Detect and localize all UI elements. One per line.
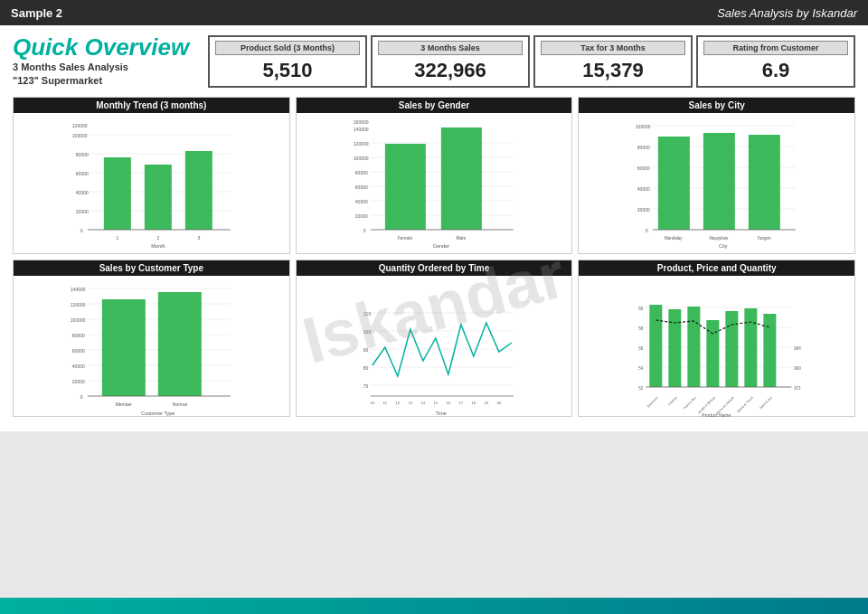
svg-rect-15 [145, 165, 172, 230]
chart-product-price-qty-body: Quantity Ordered 52 54 56 58 60 [579, 276, 854, 416]
svg-text:110: 110 [363, 311, 372, 316]
svg-rect-129 [745, 308, 758, 387]
svg-text:60000: 60000 [637, 165, 650, 171]
chart-quantity-time-title: Quantity Ordered by Time [297, 260, 572, 276]
svg-text:52: 52 [639, 386, 645, 391]
chart-monthly-trend-title: Monthly Trend (3 months) [14, 98, 289, 113]
svg-text:40000: 40000 [76, 190, 89, 195]
svg-text:Male: Male [456, 235, 466, 241]
svg-text:60000: 60000 [355, 184, 368, 190]
svg-text:City: City [719, 243, 728, 249]
svg-rect-128 [726, 311, 739, 387]
kpi-label-2: Tax for 3 Months [541, 41, 685, 55]
svg-rect-84 [158, 292, 202, 396]
overview-title: Quick Overview [13, 34, 193, 61]
chart-quantity-time: Quantity Ordered by Time Quantity Ordere… [296, 260, 573, 417]
main-content: Quick Overview 3 Months Sales Analysis "… [0, 25, 868, 431]
svg-text:Electronic: Electronic [647, 396, 660, 409]
svg-text:100000: 100000 [354, 156, 369, 161]
svg-rect-124 [650, 305, 663, 387]
bottom-bar [0, 598, 868, 614]
chart-sales-city-body: Total Sales (US $) 0 20000 40000 60000 8… [579, 113, 854, 253]
chart-product-price-qty: Product, Price and Quantity Quantity Ord… [578, 260, 855, 417]
chart-sales-city-title: Sales by City [579, 98, 854, 113]
kpi-card-3: Rating from Customer 6.9 [696, 35, 855, 88]
svg-text:0: 0 [80, 394, 83, 400]
svg-rect-14 [104, 157, 131, 230]
svg-rect-39 [385, 144, 426, 230]
svg-text:40000: 40000 [355, 199, 368, 204]
chart-sales-gender: Sales by Gender Total Sales (US $) 0 200… [296, 97, 573, 254]
svg-text:60000: 60000 [76, 171, 89, 176]
svg-text:Normal: Normal [173, 401, 187, 407]
svg-rect-60 [749, 135, 780, 230]
svg-text:18: 18 [471, 401, 476, 405]
kpi-label-0: Product Sold (3 Months) [215, 41, 360, 55]
svg-text:10: 10 [370, 401, 374, 405]
svg-text:80: 80 [363, 365, 369, 371]
svg-text:904: 904 [795, 346, 802, 351]
chart-sales-gender-title: Sales by Gender [297, 98, 572, 113]
svg-text:14: 14 [420, 401, 425, 405]
svg-text:20000: 20000 [76, 209, 89, 214]
svg-rect-83 [102, 299, 146, 396]
svg-text:Product Name: Product Name [703, 412, 731, 418]
svg-text:1: 1 [116, 235, 118, 241]
svg-text:Sport & Acc: Sport & Acc [759, 396, 773, 411]
svg-text:Mandalay: Mandalay [665, 236, 683, 241]
svg-rect-58 [658, 137, 690, 230]
svg-text:Food & Bev: Food & Bev [683, 396, 697, 411]
svg-text:Gender: Gender [432, 243, 449, 249]
svg-text:Month: Month [151, 243, 165, 249]
svg-text:0: 0 [363, 228, 366, 233]
svg-text:80000: 80000 [355, 170, 368, 175]
svg-text:58: 58 [639, 326, 645, 331]
svg-text:16: 16 [446, 401, 450, 405]
svg-text:80000: 80000 [72, 333, 85, 338]
svg-text:0: 0 [80, 228, 83, 233]
svg-text:900: 900 [795, 366, 802, 371]
kpi-label-1: 3 Months Sales [378, 41, 523, 55]
svg-text:11: 11 [382, 401, 387, 405]
svg-text:120000: 120000 [354, 141, 369, 146]
svg-text:56: 56 [639, 346, 645, 351]
svg-rect-130 [764, 314, 777, 387]
svg-text:90: 90 [363, 347, 369, 353]
charts-row-1: Monthly Trend (3 months) Total sales (US… [13, 97, 855, 254]
svg-text:20000: 20000 [72, 379, 85, 384]
svg-text:100000: 100000 [71, 317, 86, 323]
svg-text:100: 100 [363, 329, 372, 335]
overview-subtitle: 3 Months Sales Analysis "123" Supermarke… [13, 61, 193, 89]
svg-text:Naypyitaw: Naypyitaw [710, 236, 730, 241]
svg-rect-16 [185, 151, 212, 230]
chart-monthly-trend-body: Total sales (US $) 0 20000 40000 60000 8… [14, 113, 289, 253]
chart-monthly-trend: Monthly Trend (3 months) Total sales (US… [13, 97, 290, 254]
charts-row-2: Sales by Customer Type Total Sales (US $… [13, 260, 855, 417]
svg-text:2: 2 [156, 235, 159, 241]
svg-text:15: 15 [433, 401, 438, 405]
kpi-value-2: 15,379 [541, 59, 685, 82]
svg-text:140000: 140000 [71, 287, 86, 292]
svg-text:140000: 140000 [354, 127, 369, 132]
svg-text:Member: Member [116, 401, 133, 407]
svg-text:0: 0 [646, 228, 648, 233]
header-bar: Sample 2 Sales Analysis by Iskandar [0, 0, 868, 25]
svg-text:80000: 80000 [637, 145, 650, 150]
kpi-value-0: 5,510 [215, 59, 360, 82]
svg-text:40000: 40000 [72, 364, 85, 369]
svg-text:80000: 80000 [76, 152, 89, 157]
kpi-card-2: Tax for 3 Months 15,379 [533, 35, 693, 88]
svg-text:60000: 60000 [72, 348, 85, 354]
svg-text:120000: 120000 [72, 123, 88, 128]
svg-text:Female: Female [397, 235, 412, 241]
svg-rect-40 [441, 128, 482, 230]
svg-text:20000: 20000 [637, 207, 650, 213]
chart-sales-gender-body: Total Sales (US $) 0 20000 40000 60000 8… [297, 113, 572, 253]
svg-rect-125 [669, 309, 682, 387]
svg-text:12: 12 [395, 401, 400, 405]
svg-rect-59 [703, 133, 735, 230]
svg-text:100000: 100000 [72, 133, 88, 138]
svg-text:20000: 20000 [355, 213, 368, 219]
svg-text:60: 60 [639, 307, 645, 311]
chart-customer-type-body: Total Sales (US $) 0 20000 40000 60000 8… [14, 276, 289, 416]
